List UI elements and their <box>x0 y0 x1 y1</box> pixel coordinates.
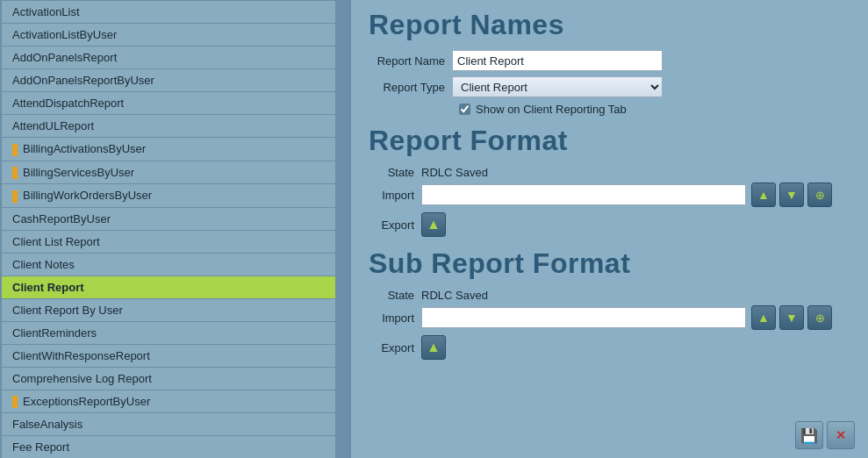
sidebar-item-activation-list[interactable]: ActivationList <box>2 1 335 23</box>
show-on-tab-label: Show on Client Reporting Tab <box>476 103 627 116</box>
report-format-state-label: State <box>369 166 421 179</box>
report-format-import-row: Import ▲ ▼ ⊕ <box>369 182 850 207</box>
upload-icon: ▲ <box>757 188 770 202</box>
sidebar-item-comprehensive-log-report[interactable]: Comprehensive Log Report <box>2 368 335 390</box>
sub-report-format-title: Sub Report Format <box>369 247 850 280</box>
report-type-select[interactable]: Client Report Standard Report Custom Rep… <box>452 76 663 97</box>
sub-report-globe-btn[interactable]: ⊕ <box>807 305 832 330</box>
sub-report-action-btns: ▲ ▼ ⊕ <box>751 305 832 330</box>
sidebar-item-cash-report-by-user[interactable]: CashReportByUser <box>2 208 335 230</box>
sidebar-item-attend-ul-report[interactable]: AttendULReport <box>2 115 335 137</box>
sub-report-state-row: State RDLC Saved <box>369 289 850 302</box>
export-upload-icon: ▲ <box>427 217 441 233</box>
show-on-tab-checkbox[interactable] <box>459 104 470 115</box>
sub-report-import-label: Import <box>369 311 421 325</box>
main-panel: Report Names Report Name Report Type Cli… <box>351 0 868 458</box>
report-format-globe-btn[interactable]: ⊕ <box>807 182 832 207</box>
report-format-download-btn[interactable]: ▼ <box>779 182 804 207</box>
sidebar-item-activation-list-by-user[interactable]: ActivationListByUser <box>2 24 335 46</box>
download-icon: ▼ <box>786 188 798 202</box>
sub-report-download-btn[interactable]: ▼ <box>779 305 804 330</box>
sidebar-item-client-with-response-report[interactable]: ClientWithResponseReport <box>2 345 335 367</box>
sidebar-item-addon-panels-report[interactable]: AddOnPanelsReport <box>2 47 335 68</box>
report-format-title: Report Format <box>369 125 850 157</box>
sidebar-item-fee-report[interactable]: Fee Report <box>2 436 335 458</box>
report-names-section: Report Names Report Name Report Type Cli… <box>369 9 850 116</box>
report-format-state-row: State RDLC Saved <box>369 166 850 179</box>
report-format-action-btns: ▲ ▼ ⊕ <box>751 182 832 207</box>
sub-globe-icon: ⊕ <box>815 311 825 325</box>
report-format-export-label: Export <box>369 218 421 232</box>
save-button[interactable]: 💾 <box>795 421 823 449</box>
show-on-tab-row: Show on Client Reporting Tab <box>459 103 850 116</box>
sidebar-item-exceptions-report-by-user[interactable]: ExceptionsReportByUser <box>2 390 335 413</box>
sub-report-import-input[interactable] <box>421 307 746 328</box>
bottom-buttons: 💾 ✕ <box>795 421 855 449</box>
sidebar-item-client-reminders[interactable]: ClientReminders <box>2 322 335 344</box>
sidebar-item-client-report-by-user[interactable]: Client Report By User <box>2 299 335 321</box>
sub-report-state-value: RDLC Saved <box>421 289 488 302</box>
sub-download-icon: ▼ <box>786 311 798 325</box>
sub-report-state-label: State <box>369 289 421 302</box>
sub-report-format-section: Sub Report Format State RDLC Saved Impor… <box>369 247 850 360</box>
report-names-title: Report Names <box>369 9 850 41</box>
sidebar: ActivationListActivationListByUserAddOnP… <box>0 0 351 458</box>
sidebar-item-client-report[interactable]: Client Report <box>2 276 335 298</box>
report-type-label: Report Type <box>369 81 452 94</box>
report-name-label: Report Name <box>369 54 452 68</box>
sub-report-export-row: Export ▲ <box>369 335 850 360</box>
report-format-import-input[interactable] <box>421 184 746 205</box>
globe-icon: ⊕ <box>815 189 825 202</box>
report-format-section: Report Format State RDLC Saved Import ▲ … <box>369 125 850 237</box>
close-icon: ✕ <box>836 428 846 442</box>
sub-report-export-label: Export <box>369 341 421 354</box>
sub-report-import-row: Import ▲ ▼ ⊕ <box>369 305 850 330</box>
sidebar-item-false-analysis[interactable]: FalseAnalysis <box>2 413 335 435</box>
sidebar-item-billing-services-by-user[interactable]: BillingServicesByUser <box>2 161 335 184</box>
sidebar-item-attend-dispatch-report[interactable]: AttendDispatchReport <box>2 92 335 114</box>
sub-report-upload-btn[interactable]: ▲ <box>751 305 776 330</box>
report-format-state-value: RDLC Saved <box>421 166 488 179</box>
sub-report-export-btn[interactable]: ▲ <box>421 335 446 360</box>
close-button[interactable]: ✕ <box>827 421 855 449</box>
sidebar-item-client-list-report[interactable]: Client List Report <box>2 231 335 253</box>
report-name-input[interactable] <box>452 50 663 71</box>
report-format-export-btn[interactable]: ▲ <box>421 212 446 237</box>
report-format-import-label: Import <box>369 189 421 202</box>
report-type-row: Report Type Client Report Standard Repor… <box>369 76 850 97</box>
save-icon: 💾 <box>800 427 818 444</box>
report-name-row: Report Name <box>369 50 850 71</box>
sub-export-upload-icon: ▲ <box>427 340 441 355</box>
report-format-export-row: Export ▲ <box>369 212 850 237</box>
report-format-upload-btn[interactable]: ▲ <box>751 182 776 207</box>
sidebar-item-billing-activations-by-user[interactable]: BillingActivationsByUser <box>2 138 335 161</box>
sidebar-item-addon-panels-report-by-user[interactable]: AddOnPanelsReportByUser <box>2 69 335 91</box>
sub-upload-icon: ▲ <box>757 311 770 325</box>
sidebar-item-billing-work-orders-by-user[interactable]: BillingWorkOrdersByUser <box>2 184 335 207</box>
sidebar-item-client-notes[interactable]: Client Notes <box>2 254 335 276</box>
